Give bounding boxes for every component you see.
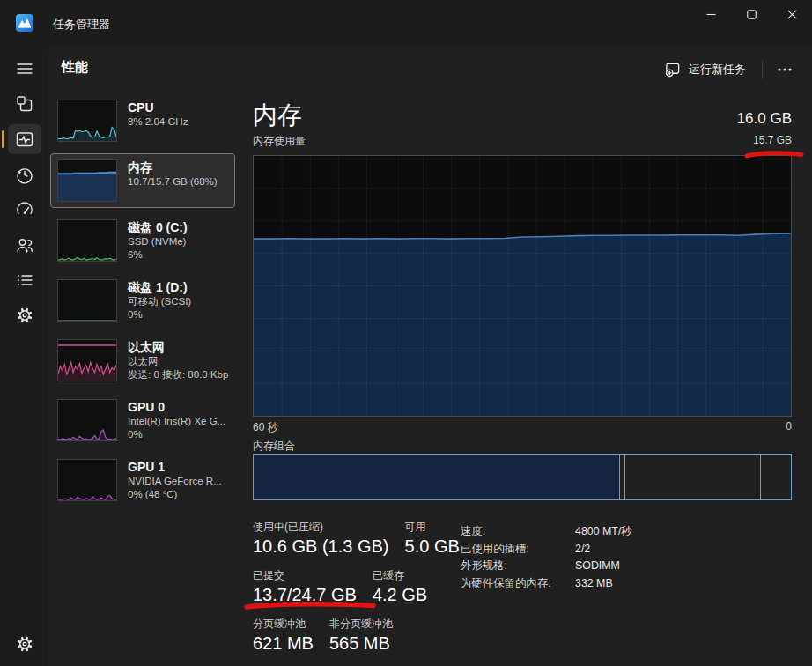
more-options-button[interactable] (770, 57, 800, 82)
nav-item-app-history[interactable] (8, 159, 41, 189)
perf-item-disk0[interactable]: 磁盘 0 (C:)SSD (NVMe)6% (50, 213, 235, 268)
detail-value: 2/2 (575, 541, 590, 559)
perf-item-title: 磁盘 0 (C:) (128, 219, 188, 235)
perf-item-subtitle: 8% 2.04 GHz (128, 115, 188, 129)
perf-item-subtitle: 10.7/15.7 GB (68%) (128, 175, 218, 189)
processes-icon (15, 94, 34, 114)
perf-item-subtitle: 可移动 (SCSI) (128, 295, 191, 308)
perf-item-subtitle: 0% (128, 428, 225, 441)
nav-item-settings[interactable] (8, 629, 41, 659)
nav-rail (0, 46, 48, 666)
task-manager-app-icon (16, 14, 33, 32)
stat-value: 5.0 GB (405, 536, 460, 557)
nav-item-details[interactable] (8, 265, 41, 295)
nav-item-startup-apps[interactable] (8, 195, 41, 225)
memory-total: 16.0 GB (737, 110, 792, 128)
detail-为硬件保留的内存: 为硬件保留的内存:332 MB (461, 575, 632, 593)
perf-item-title: 内存 (128, 159, 218, 175)
gpu0-sparkline (57, 399, 117, 441)
stat-label: 已缓存 (373, 568, 427, 583)
time-axis-right-label: 0 (786, 420, 792, 433)
perf-item-subtitle: 发送: 0 接收: 80.0 Kbp (128, 368, 228, 381)
perf-item-title: GPU 0 (128, 399, 225, 415)
perf-item-subtitle: Intel(R) Iris(R) Xe G... (128, 415, 225, 428)
perf-item-subtitle: 以太网 (128, 355, 228, 368)
stat-分页缓冲池: 分页缓冲池621 MB (253, 617, 314, 654)
nav-item-menu[interactable] (8, 54, 41, 84)
perf-item-memory[interactable]: 内存10.7/15.7 GB (68%) (50, 153, 235, 208)
perf-item-subtitle: 6% (128, 248, 188, 262)
header-divider (762, 61, 763, 78)
perf-item-gpu1[interactable]: GPU 1NVIDIA GeForce R...0% (48 °C) (50, 453, 235, 507)
disk0-sparkline (57, 219, 117, 262)
perf-item-cpu[interactable]: CPU8% 2.04 GHz (50, 93, 235, 148)
perf-item-ethernet[interactable]: 以太网以太网发送: 0 接收: 80.0 Kbp (50, 333, 235, 388)
perf-item-subtitle: NVIDIA GeForce R... (128, 475, 222, 488)
run-new-task-button[interactable]: 运行新任务 (655, 56, 755, 83)
nav-item-users[interactable] (8, 230, 41, 260)
memory-composition-bar (253, 454, 792, 500)
stat-value: 565 MB (329, 633, 393, 654)
ethernet-sparkline (57, 339, 117, 381)
run-new-task-icon (664, 61, 681, 78)
stat-可用: 可用5.0 GB (405, 520, 460, 557)
perf-item-disk1[interactable]: 磁盘 1 (D:)可移动 (SCSI)0% (50, 273, 235, 328)
nav-item-processes[interactable] (8, 89, 41, 119)
ellipsis-icon (778, 68, 792, 71)
memory-panel-title: 内存 (253, 99, 302, 132)
nav-selected-accent (2, 130, 4, 148)
stat-label: 使用中(已压缩) (253, 520, 389, 535)
perf-item-title: 磁盘 1 (D:) (128, 279, 191, 295)
performance-list: CPU8% 2.04 GHz内存10.7/15.7 GB (68%)磁盘 0 (… (50, 93, 235, 513)
nav-item-performance[interactable] (8, 124, 41, 154)
content-panel: 性能 运行新任务 CPU8% 2.04 GHz内存10.7/15.7 GB (6… (48, 46, 812, 666)
memory-usage-label: 内存使用量 (253, 134, 306, 149)
detail-速度: 速度:4800 MT/秒 (461, 523, 632, 541)
details-icon (15, 270, 34, 290)
window-title: 任务管理器 (53, 17, 110, 33)
performance-icon (15, 130, 34, 149)
stat-使用中(已压缩): 使用中(已压缩)10.6 GB (1.3 GB) (253, 520, 389, 557)
maximize-button[interactable] (731, 0, 771, 28)
minimize-button[interactable] (690, 0, 731, 28)
perf-item-title: 以太网 (128, 339, 228, 355)
close-button[interactable] (771, 0, 812, 28)
services-icon (15, 306, 34, 325)
cpu-sparkline (57, 100, 117, 142)
perf-item-title: GPU 1 (128, 459, 222, 475)
perf-item-subtitle: 0% (128, 308, 191, 322)
perf-item-gpu0[interactable]: GPU 0Intel(R) Iris(R) Xe G...0% (50, 393, 235, 448)
composition-segment-standby (625, 455, 762, 500)
close-icon (787, 10, 797, 19)
nav-item-services[interactable] (8, 300, 41, 330)
stat-value: 10.6 GB (1.3 GB) (253, 536, 389, 557)
minimize-icon (706, 10, 716, 19)
stat-已提交: 已提交13.7/24.7 GB (253, 568, 357, 605)
stat-value: 4.2 GB (373, 585, 427, 605)
stat-value: 13.7/24.7 GB (253, 585, 357, 605)
stat-label: 可用 (405, 520, 460, 535)
detail-label: 外形规格: (461, 558, 575, 575)
memory-stats: 使用中(已压缩)10.6 GB (1.3 GB)可用5.0 GB已提交13.7/… (253, 520, 460, 665)
stat-value: 621 MB (253, 633, 314, 654)
memory-hardware-details: 速度:4800 MT/秒已使用的插槽:2/2外形规格:SODIMM为硬件保留的内… (461, 523, 632, 592)
memory-scale-max: 15.7 GB (753, 134, 792, 146)
page-title: 性能 (62, 59, 88, 76)
detail-value: 332 MB (575, 575, 613, 593)
menu-icon (15, 59, 34, 78)
detail-label: 已使用的插槽: (461, 541, 575, 559)
detail-value: SODIMM (575, 558, 620, 575)
detail-value: 4800 MT/秒 (575, 523, 632, 541)
settings-icon (15, 634, 34, 654)
composition-segment-in-use (254, 455, 620, 500)
run-new-task-label: 运行新任务 (689, 62, 746, 78)
titlebar: 任务管理器 (0, 0, 812, 46)
app-history-icon (15, 165, 34, 184)
perf-item-subtitle: 0% (48 °C) (128, 488, 222, 501)
detail-已使用的插槽: 已使用的插槽:2/2 (461, 541, 632, 559)
maximize-icon (747, 10, 757, 19)
memory-composition-label: 内存组合 (253, 439, 295, 454)
stat-label: 已提交 (253, 568, 357, 583)
memory-usage-chart-svg (254, 156, 791, 416)
task-manager-window: 任务管理器 性能 运行新任务 (0, 0, 812, 666)
